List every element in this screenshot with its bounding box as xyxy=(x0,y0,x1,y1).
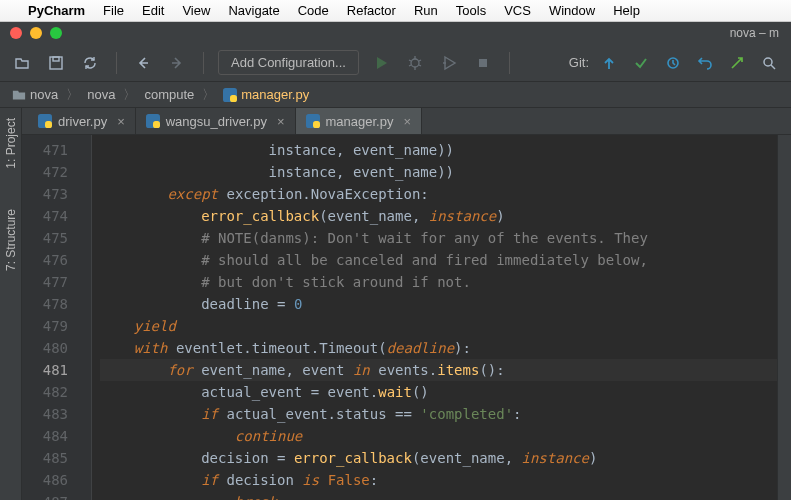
mac-menu-bar: PyCharm File Edit View Navigate Code Ref… xyxy=(0,0,791,22)
svg-rect-0 xyxy=(50,57,62,69)
vcs-history-icon[interactable] xyxy=(661,51,685,75)
separator xyxy=(116,52,117,74)
code-line[interactable]: # should all be canceled and fired immed… xyxy=(100,249,777,271)
run-config-dropdown[interactable]: Add Configuration... xyxy=(218,50,359,75)
line-number: 473 xyxy=(22,183,68,205)
crumb-root[interactable]: nova xyxy=(8,87,62,102)
close-icon[interactable]: × xyxy=(117,114,125,129)
run-icon[interactable] xyxy=(369,51,393,75)
tab-label: manager.py xyxy=(326,114,394,129)
menu-file[interactable]: File xyxy=(103,3,124,18)
line-number: 476 xyxy=(22,249,68,271)
menu-window[interactable]: Window xyxy=(549,3,595,18)
line-number: 475 xyxy=(22,227,68,249)
menu-tools[interactable]: Tools xyxy=(456,3,486,18)
code-line[interactable]: break xyxy=(100,491,777,500)
code-line[interactable]: # but don't stick around if not. xyxy=(100,271,777,293)
code-line[interactable]: actual_event = event.wait() xyxy=(100,381,777,403)
svg-point-2 xyxy=(411,59,419,67)
close-window-button[interactable] xyxy=(10,27,22,39)
project-tool-tab[interactable]: 1: Project xyxy=(4,118,18,169)
save-icon[interactable] xyxy=(44,51,68,75)
error-stripe[interactable] xyxy=(777,135,791,500)
menu-refactor[interactable]: Refactor xyxy=(347,3,396,18)
forward-icon[interactable] xyxy=(165,51,189,75)
structure-tool-tab[interactable]: 7: Structure xyxy=(4,209,18,271)
crumb-file[interactable]: manager.py xyxy=(219,87,313,102)
python-file-icon xyxy=(223,88,237,102)
line-number: 477 xyxy=(22,271,68,293)
vcs-update-icon[interactable] xyxy=(597,51,621,75)
sync-icon[interactable] xyxy=(78,51,102,75)
menu-app[interactable]: PyCharm xyxy=(28,3,85,18)
debug-icon[interactable] xyxy=(403,51,427,75)
crumb-1[interactable]: nova xyxy=(83,87,119,102)
vcs-revert-icon[interactable] xyxy=(693,51,717,75)
menu-navigate[interactable]: Navigate xyxy=(228,3,279,18)
line-number: 478 xyxy=(22,293,68,315)
python-file-icon xyxy=(306,114,320,128)
svg-rect-11 xyxy=(153,121,160,128)
code-line[interactable]: deadline = 0 xyxy=(100,293,777,315)
line-number: 485 xyxy=(22,447,68,469)
breadcrumb: nova 〉 nova 〉 compute 〉 manager.py xyxy=(0,82,791,108)
code-line[interactable]: if decision is False: xyxy=(100,469,777,491)
separator xyxy=(509,52,510,74)
line-number: 480 xyxy=(22,337,68,359)
line-number: 487 xyxy=(22,491,68,500)
stop-icon[interactable] xyxy=(471,51,495,75)
code-line[interactable]: except exception.NovaException: xyxy=(100,183,777,205)
back-icon[interactable] xyxy=(131,51,155,75)
menu-help[interactable]: Help xyxy=(613,3,640,18)
line-number-gutter: 4714724734744754764774784794804814824834… xyxy=(22,135,78,500)
close-icon[interactable]: × xyxy=(403,114,411,129)
fold-gutter[interactable] xyxy=(78,135,92,500)
menu-view[interactable]: View xyxy=(182,3,210,18)
tab-manager[interactable]: manager.py × xyxy=(296,108,423,134)
code-line[interactable]: with eventlet.timeout.Timeout(deadline): xyxy=(100,337,777,359)
folder-icon xyxy=(12,88,26,102)
svg-rect-7 xyxy=(230,95,237,102)
code-editor[interactable]: 4714724734744754764774784794804814824834… xyxy=(22,135,791,500)
tab-driver[interactable]: driver.py × xyxy=(28,108,136,134)
menu-run[interactable]: Run xyxy=(414,3,438,18)
code-line[interactable]: continue xyxy=(100,425,777,447)
svg-point-5 xyxy=(764,58,772,66)
zoom-window-button[interactable] xyxy=(50,27,62,39)
main-toolbar: Add Configuration... Git: xyxy=(0,44,791,82)
svg-rect-9 xyxy=(45,121,52,128)
line-number: 484 xyxy=(22,425,68,447)
svg-rect-13 xyxy=(313,121,320,128)
code-line[interactable]: if actual_event.status == 'completed': xyxy=(100,403,777,425)
chevron-right-icon: 〉 xyxy=(202,86,215,104)
vcs-commit-icon[interactable] xyxy=(629,51,653,75)
chevron-right-icon: 〉 xyxy=(66,86,79,104)
editor-tabs: driver.py × wangsu_driver.py × manager.p… xyxy=(22,108,791,135)
code-line[interactable]: # NOTE(danms): Don't wait for any of the… xyxy=(100,227,777,249)
chevron-right-icon: 〉 xyxy=(123,86,136,104)
menu-vcs[interactable]: VCS xyxy=(504,3,531,18)
minimize-window-button[interactable] xyxy=(30,27,42,39)
tab-wangsu[interactable]: wangsu_driver.py × xyxy=(136,108,296,134)
window-titlebar: nova – m xyxy=(0,22,791,44)
menu-code[interactable]: Code xyxy=(298,3,329,18)
close-icon[interactable]: × xyxy=(277,114,285,129)
code-line[interactable]: instance, event_name)) xyxy=(100,139,777,161)
open-icon[interactable] xyxy=(10,51,34,75)
ide-update-icon[interactable] xyxy=(725,51,749,75)
line-number: 479 xyxy=(22,315,68,337)
search-icon[interactable] xyxy=(757,51,781,75)
git-label: Git: xyxy=(569,55,589,70)
code-line[interactable]: decision = error_callback(event_name, in… xyxy=(100,447,777,469)
crumb-2[interactable]: compute xyxy=(140,87,198,102)
menu-edit[interactable]: Edit xyxy=(142,3,164,18)
run-with-coverage-icon[interactable] xyxy=(437,51,461,75)
svg-rect-1 xyxy=(53,57,59,61)
separator xyxy=(203,52,204,74)
code-area[interactable]: instance, event_name)) instance, event_n… xyxy=(92,135,777,500)
code-line[interactable]: for event_name, event in events.items(): xyxy=(100,359,777,381)
code-line[interactable]: instance, event_name)) xyxy=(100,161,777,183)
code-line[interactable]: yield xyxy=(100,315,777,337)
code-line[interactable]: error_callback(event_name, instance) xyxy=(100,205,777,227)
svg-rect-3 xyxy=(479,59,487,67)
